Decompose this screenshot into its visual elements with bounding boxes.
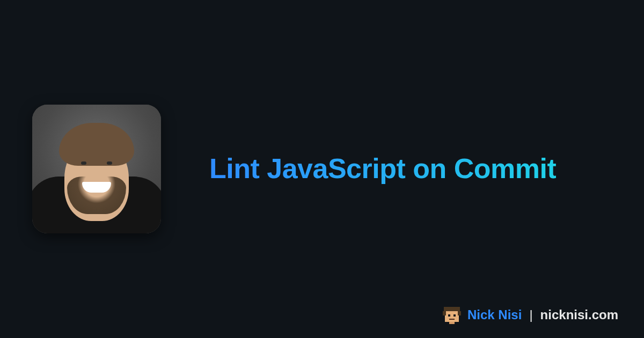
author-name: Nick Nisi — [467, 307, 522, 322]
pixel-face-icon — [443, 306, 461, 324]
author-byline: Nick Nisi | nicknisi.com — [443, 306, 618, 324]
post-title: Lint JavaScript on Commit — [209, 153, 556, 185]
separator: | — [529, 307, 532, 322]
social-card: Lint JavaScript on Commit — [0, 0, 644, 338]
author-headshot — [32, 105, 161, 233]
author-site: nicknisi.com — [540, 307, 618, 322]
